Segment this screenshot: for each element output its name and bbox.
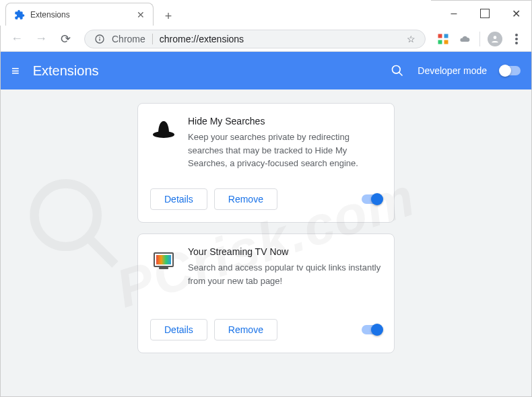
extension-name: Your Streaming TV Now: [188, 246, 382, 257]
developer-mode-toggle[interactable]: [500, 66, 521, 75]
extension-description: Keep your searches private by redirectin…: [188, 131, 382, 170]
address-bar[interactable]: Chrome chrome://extensions ☆: [84, 30, 426, 48]
svg-point-1: [99, 36, 100, 38]
cloud-icon: [459, 34, 470, 44]
url-actions: ☆: [407, 34, 415, 44]
kebab-icon: [515, 34, 518, 44]
svg-rect-5: [438, 40, 442, 44]
page-title: Extensions: [33, 63, 99, 79]
svg-rect-2: [99, 38, 100, 40]
watermark-search-icon: [21, 170, 129, 278]
svg-rect-3: [438, 34, 442, 38]
browser-window: Extensions ✕ + – ✕ ← → ⟳ Chrome chrome:/…: [0, 0, 532, 397]
svg-point-8: [515, 34, 518, 36]
svg-point-10: [515, 42, 518, 44]
tv-icon: [154, 252, 174, 267]
svg-rect-4: [444, 34, 448, 38]
puzzle-icon: [14, 9, 25, 20]
svg-line-14: [88, 238, 115, 264]
extension-icon: [150, 246, 177, 273]
browser-toolbar: ← → ⟳ Chrome chrome://extensions ☆: [1, 26, 531, 52]
url-path: chrome://extensions: [160, 34, 244, 44]
profile-avatar[interactable]: [486, 30, 504, 48]
svg-point-9: [515, 38, 518, 40]
extension-toolbar-icon-1[interactable]: [434, 30, 453, 48]
extensions-list: PCrisk.com Hide My Searches Keep your se…: [1, 89, 531, 396]
window-minimize-button[interactable]: –: [438, 1, 469, 26]
window-maximize-button[interactable]: [469, 1, 500, 26]
remove-button[interactable]: Remove: [214, 188, 277, 210]
extension-card: Your Streaming TV Now Search and access …: [137, 233, 395, 353]
extension-toolbar-icon-2[interactable]: [455, 30, 474, 48]
window-close-button[interactable]: ✕: [500, 1, 531, 26]
svg-point-13: [34, 184, 97, 246]
details-button[interactable]: Details: [150, 188, 207, 210]
svg-line-12: [399, 73, 403, 76]
extension-card: Hide My Searches Keep your searches priv…: [137, 103, 395, 223]
new-tab-button[interactable]: +: [159, 7, 178, 26]
tab-close-icon[interactable]: ✕: [137, 9, 145, 20]
extensions-header: ≡ Extensions Developer mode: [1, 52, 531, 89]
extension-enable-toggle[interactable]: [362, 194, 382, 204]
hamburger-menu-button[interactable]: ≡: [11, 63, 20, 79]
extension-description: Search and access popular tv quick links…: [188, 261, 382, 287]
toolbar-divider: [479, 32, 480, 46]
extension-enable-toggle[interactable]: [362, 325, 382, 334]
tab-title: Extensions: [30, 10, 70, 20]
remove-button[interactable]: Remove: [214, 319, 277, 340]
svg-point-7: [494, 36, 497, 39]
extension-icon: [150, 116, 177, 143]
search-icon[interactable]: [391, 64, 404, 77]
kebab-menu-button[interactable]: [507, 30, 526, 48]
toggle-thumb-on: [371, 193, 383, 205]
square-icon: [480, 9, 490, 18]
svg-point-11: [393, 66, 401, 74]
toggle-thumb-on: [371, 324, 383, 336]
info-icon: [94, 34, 105, 44]
back-button[interactable]: ←: [6, 28, 28, 50]
svg-rect-6: [444, 40, 448, 44]
toggle-thumb: [499, 65, 511, 77]
tab-strip: Extensions ✕ +: [0, 0, 431, 26]
extension-name: Hide My Searches: [188, 116, 382, 127]
url-scheme-label: Chrome: [112, 34, 145, 44]
grid-color-icon: [437, 33, 449, 45]
reload-button[interactable]: ⟳: [55, 28, 76, 50]
url-divider: [152, 34, 153, 44]
details-button[interactable]: Details: [150, 319, 207, 340]
forward-button[interactable]: →: [30, 28, 52, 50]
avatar-icon: [488, 32, 502, 46]
tab-extensions[interactable]: Extensions ✕: [5, 3, 154, 26]
bookmark-star-icon[interactable]: ☆: [407, 34, 415, 44]
hat-icon: [152, 120, 175, 139]
developer-mode-label: Developer mode: [418, 65, 487, 76]
